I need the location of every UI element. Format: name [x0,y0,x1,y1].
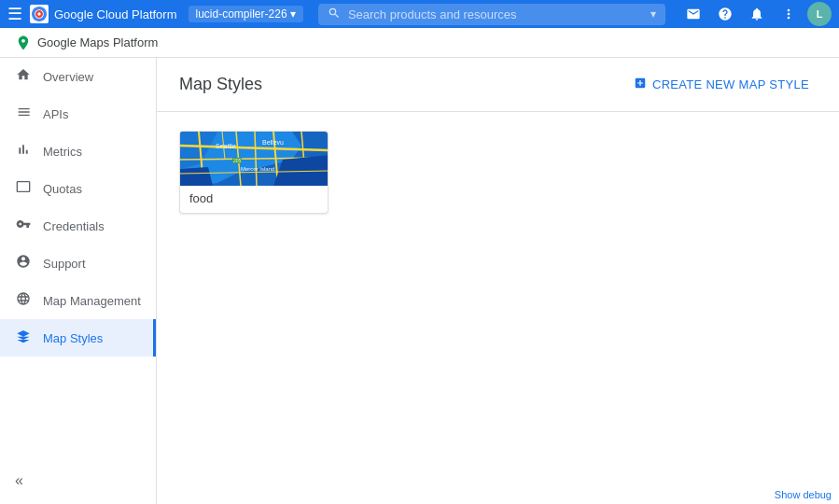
search-bar[interactable]: ▾ [318,4,665,25]
search-input[interactable] [348,7,650,21]
topbar-logo: Google Cloud Platform [30,5,177,23]
map-thumbnail-svg: Seattle Bellevu Mercer Island 205 [180,132,329,186]
maps-platform-logo: Google Maps Platform [15,35,158,51]
page-title: Map Styles [179,75,611,94]
map-styles-grid: Seattle Bellevu Mercer Island 205 food [157,112,839,232]
map-style-label: food [180,186,328,213]
sidebar-collapse-button[interactable]: « [0,465,38,497]
sidebar-credentials-label: Credentials [43,219,105,233]
project-selector[interactable]: lucid-compiler-226 ▾ [189,6,303,22]
map-management-icon [15,291,32,310]
create-new-map-style-button[interactable]: CREATE NEW MAP STYLE [626,71,817,98]
sidebar-item-map-styles[interactable]: Map Styles [0,319,156,357]
sidebar-item-support[interactable]: Support [0,245,156,282]
debug-label: Show debug [775,489,832,500]
apis-icon [15,105,32,123]
content-area: Map Styles CREATE NEW MAP STYLE [157,58,839,504]
sidebar-map-styles-label: Map Styles [43,331,103,345]
topbar-actions: L [680,1,832,27]
sidebar-item-overview[interactable]: Overview [0,58,156,95]
maps-pin-icon [15,35,32,51]
sidebar-item-quotas[interactable]: Quotas [0,170,156,207]
credentials-icon [15,217,32,235]
svg-text:205: 205 [233,158,242,163]
project-dropdown-arrow: ▾ [290,7,296,21]
create-button-label: CREATE NEW MAP STYLE [652,77,809,91]
maps-platform-title: Google Maps Platform [37,35,158,49]
support-icon [15,254,32,273]
search-dropdown-arrow: ▾ [650,7,656,21]
sidebar-overview-label: Overview [43,70,93,84]
sidebar-item-credentials[interactable]: Credentials [0,207,156,245]
svg-text:Bellevu: Bellevu [262,139,284,146]
sidebar-item-map-management[interactable]: Map Management [0,282,156,319]
main-layout: Overview APIs Metrics Quotas Credentials [0,58,839,504]
sidebar-support-label: Support [43,257,86,271]
metrics-icon [15,142,32,161]
sidebar-metrics-label: Metrics [43,145,82,159]
show-debug-button[interactable]: Show debug [767,485,839,504]
sidebar: Overview APIs Metrics Quotas Credentials [0,58,157,504]
google-logo [30,5,49,23]
svg-text:Seattle: Seattle [216,143,236,149]
add-icon [634,77,647,92]
project-name: lucid-compiler-226 [196,7,287,21]
map-style-thumbnail: Seattle Bellevu Mercer Island 205 [180,132,329,186]
map-style-card-food[interactable]: Seattle Bellevu Mercer Island 205 food [179,131,329,214]
content-header: Map Styles CREATE NEW MAP STYLE [157,58,839,112]
notifications-button[interactable] [744,1,770,27]
topbar-title: Google Cloud Platform [54,7,177,21]
sidebar-item-apis[interactable]: APIs [0,95,156,133]
search-icon [328,7,341,22]
help-button[interactable] [712,1,738,27]
topbar: ☰ Google Cloud Platform lucid-compiler-2… [0,0,839,28]
menu-icon[interactable]: ☰ [7,4,22,24]
sidebar-item-metrics[interactable]: Metrics [0,133,156,170]
map-styles-icon [15,329,32,347]
overview-icon [15,67,32,86]
more-options-button[interactable] [776,1,802,27]
svg-text:Mercer Island: Mercer Island [241,166,274,172]
sidebar-map-management-label: Map Management [43,294,141,308]
subbar: Google Maps Platform [0,28,839,58]
svg-marker-10 [180,167,213,186]
user-avatar[interactable]: L [807,2,832,26]
sidebar-quotas-label: Quotas [43,182,82,196]
email-button[interactable] [680,1,706,27]
sidebar-apis-label: APIs [43,107,68,121]
quotas-icon [15,179,32,198]
